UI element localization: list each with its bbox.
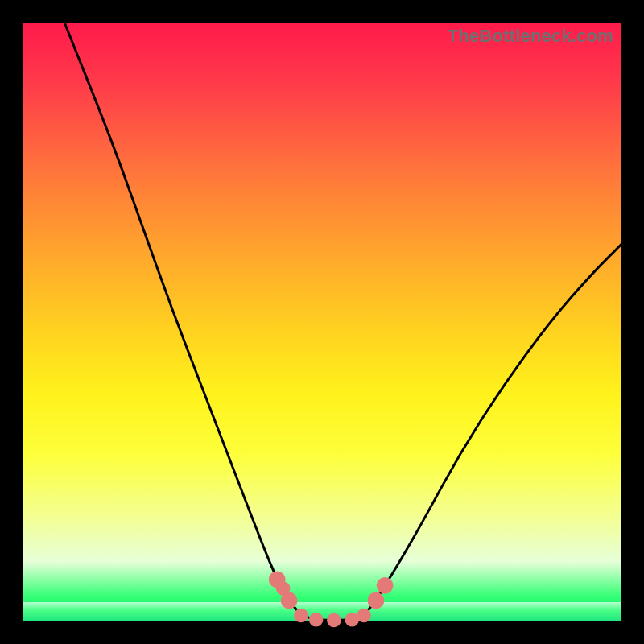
marker-point [357, 609, 371, 623]
marker-point [309, 613, 324, 627]
marker-group [269, 572, 394, 628]
watermark-text: TheBottleneck.com [448, 26, 613, 47]
plot-area: TheBottleneck.com [23, 23, 621, 621]
marker-point [368, 592, 385, 609]
curve-group [64, 23, 621, 620]
series-right-branch [364, 244, 621, 615]
curve-svg [23, 23, 621, 621]
marker-point [281, 592, 298, 609]
marker-point [327, 613, 341, 628]
marker-point [294, 609, 308, 623]
marker-point [377, 577, 394, 594]
series-left-branch [64, 23, 301, 616]
outer-frame: TheBottleneck.com [0, 0, 644, 644]
